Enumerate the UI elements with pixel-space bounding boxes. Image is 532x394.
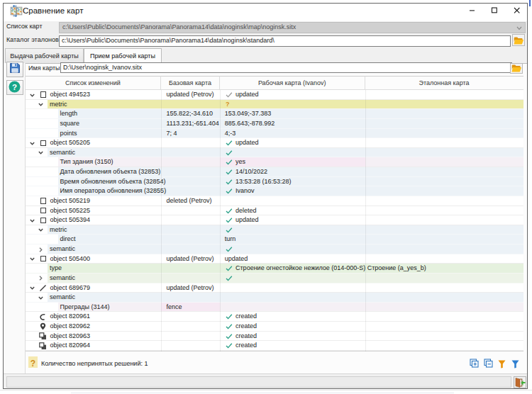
svg-text:?: ? [12, 82, 17, 91]
